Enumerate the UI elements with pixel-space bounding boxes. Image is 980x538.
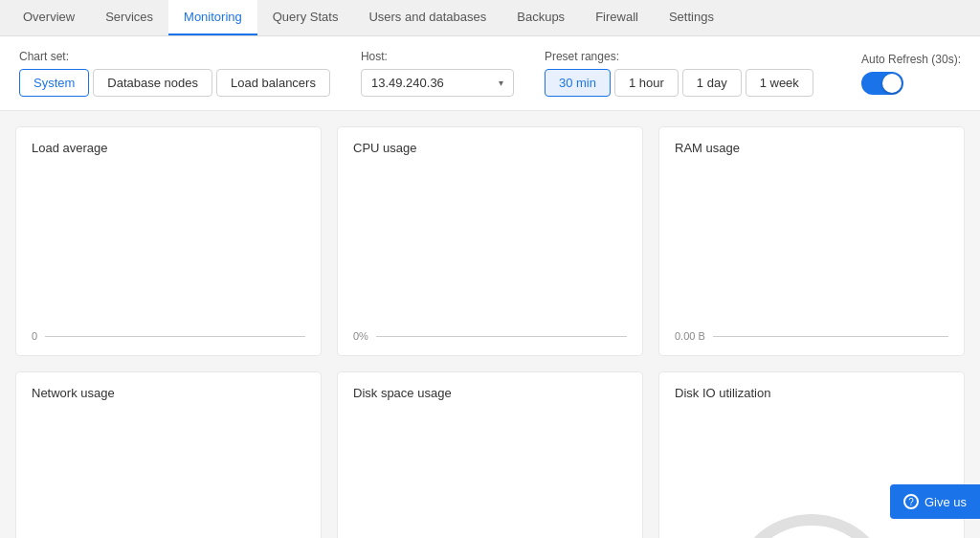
tab-backups[interactable]: Backups [501,0,580,35]
preset-1week-button[interactable]: 1 week [746,69,813,97]
preset-ranges-label: Preset ranges: [545,50,813,63]
tab-settings[interactable]: Settings [654,0,729,35]
preset-30min-button[interactable]: 30 min [545,69,611,97]
disk-io-svg [725,491,898,538]
chart-ram-usage-body [675,155,948,323]
chevron-down-icon: ▾ [499,78,503,88]
chart-cpu-usage-baseline [376,336,627,337]
chart-load-average-baseline [45,336,305,337]
tab-overview[interactable]: Overview [8,0,90,35]
chart-cpu-usage-body [353,155,627,323]
feedback-icon: ? [903,494,919,509]
host-value: 13.49.240.36 [371,76,491,90]
chart-network-usage-title: Network usage [32,386,305,400]
chart-ram-usage-zero: 0.00 B [675,323,948,342]
host-group: Host: 13.49.240.36 ▾ [361,50,514,97]
controls-bar: Chart set: System Database nodes Load ba… [0,36,980,111]
chart-load-average: Load average 0 [15,126,322,356]
chart-ram-usage: RAM usage 0.00 B [658,126,965,356]
preset-ranges-group: Preset ranges: 30 min 1 hour 1 day 1 wee… [545,50,813,97]
auto-refresh-toggle-container [861,72,961,95]
chart-disk-space-body [353,400,627,538]
chart-cpu-usage-zero: 0% [353,323,627,342]
chart-set-label: Chart set: [19,50,330,63]
host-dropdown[interactable]: 13.49.240.36 ▾ [361,69,514,97]
toggle-knob [882,74,902,93]
charts-grid: Load average 0 CPU usage 0% RAM usage 0.… [0,111,980,538]
host-label: Host: [361,50,514,63]
chart-set-buttons: System Database nodes Load balancers [19,69,330,97]
chart-disk-space-title: Disk space usage [353,386,627,400]
chart-set-group: Chart set: System Database nodes Load ba… [19,50,330,97]
auto-refresh-toggle[interactable] [861,72,903,95]
chart-set-system-button[interactable]: System [19,69,89,97]
tab-query-stats[interactable]: Query Stats [257,0,354,35]
preset-1hour-button[interactable]: 1 hour [614,69,679,97]
chart-cpu-usage-zero-label: 0% [353,330,368,342]
feedback-label: Give us [924,495,967,509]
tab-users-databases[interactable]: Users and databases [353,0,501,35]
chart-network-usage: Network usage 0 [15,371,322,538]
chart-network-usage-body [32,400,305,538]
chart-set-load-balancers-button[interactable]: Load balancers [216,69,330,97]
chart-load-average-zero: 0 [32,323,305,342]
chart-cpu-usage-title: CPU usage [353,141,627,155]
tab-bar: Overview Services Monitoring Query Stats… [0,0,980,36]
auto-refresh-label: Auto Refresh (30s): [861,53,961,66]
tab-firewall[interactable]: Firewall [580,0,654,35]
auto-refresh-group: Auto Refresh (30s): [861,53,961,95]
tab-monitoring[interactable]: Monitoring [168,0,257,35]
chart-disk-space: Disk space usage 0 [337,371,643,538]
tab-services[interactable]: Services [90,0,168,35]
chart-cpu-usage: CPU usage 0% [337,126,643,356]
chart-set-database-nodes-button[interactable]: Database nodes [93,69,212,97]
chart-load-average-title: Load average [32,141,305,155]
chart-disk-io-title: Disk IO utilization [675,386,948,400]
feedback-button[interactable]: ? Give us [890,484,980,519]
preset-buttons: 30 min 1 hour 1 day 1 week [545,69,813,97]
chart-ram-usage-zero-label: 0.00 B [675,330,705,342]
preset-1day-button[interactable]: 1 day [682,69,742,97]
chart-load-average-zero-label: 0 [32,330,37,342]
chart-ram-usage-baseline [713,336,948,337]
chart-load-average-body [32,155,305,323]
chart-ram-usage-title: RAM usage [675,141,948,155]
